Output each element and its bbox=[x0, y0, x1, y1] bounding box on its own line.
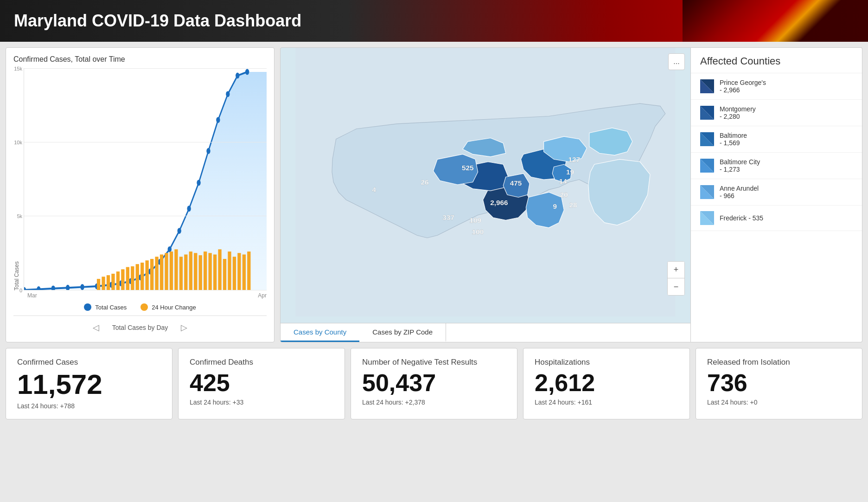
bar-daily bbox=[233, 257, 236, 290]
map-zoom-controls: + − bbox=[667, 261, 685, 296]
y-tick-10k: 10k bbox=[14, 140, 22, 145]
county-name-5: Frederick - 535 bbox=[720, 214, 763, 222]
flag-overlay bbox=[683, 0, 868, 42]
stat-label-2: Number of Negative Test Results bbox=[362, 358, 506, 367]
stat-value-1: 425 bbox=[190, 371, 333, 395]
chart-dot bbox=[187, 206, 191, 212]
map-panel: ... bbox=[280, 47, 691, 342]
chart-area: Total Cases 15k 10k 5k 0 bbox=[13, 68, 267, 290]
bar-daily bbox=[194, 253, 197, 290]
bar-daily bbox=[237, 253, 241, 290]
bar-daily bbox=[218, 249, 221, 290]
bar-daily bbox=[228, 251, 231, 290]
bar-daily bbox=[102, 277, 105, 290]
chart-dot bbox=[178, 228, 181, 234]
chart-next-button[interactable]: ▷ bbox=[177, 321, 191, 335]
legend-label-daily: 24 Hour Change bbox=[152, 304, 196, 311]
chart-dot bbox=[216, 117, 220, 123]
county-name-1: Montgomery - 2,280 bbox=[720, 105, 756, 120]
chart-dot bbox=[226, 91, 230, 97]
map-label-475: 475 bbox=[510, 179, 522, 187]
chart-dot bbox=[197, 180, 200, 186]
stat-card-4: Released from Isolation 736 Last 24 hour… bbox=[696, 348, 862, 419]
county-flag-3 bbox=[700, 159, 714, 173]
affected-counties-title: Affected Counties bbox=[691, 48, 862, 73]
bar-daily bbox=[179, 257, 183, 290]
chart-legend: Total Cases 24 Hour Change bbox=[13, 299, 267, 315]
chart-dot bbox=[51, 285, 55, 290]
chart-dot bbox=[168, 246, 172, 252]
stat-card-3: Hospitalizations 2,612 Last 24 hours: +1… bbox=[523, 348, 690, 419]
stat-change-1: Last 24 hours: +33 bbox=[190, 399, 333, 406]
bar-daily bbox=[121, 269, 124, 290]
map-svg: 4 26 525 127 475 19 14 2,966 337 bbox=[281, 48, 690, 316]
chart-svg bbox=[24, 68, 267, 290]
chart-navigation: ◁ Total Cases by Day ▷ bbox=[13, 315, 267, 335]
tab-cases-by-zip[interactable]: Cases by ZIP Code bbox=[359, 323, 446, 342]
bar-daily bbox=[111, 274, 115, 290]
bar-daily bbox=[136, 264, 139, 290]
dashboard-title: Maryland COVID-19 Data Dashboard bbox=[14, 11, 301, 31]
y-tick-5k: 5k bbox=[17, 213, 22, 219]
county-flag-4 bbox=[700, 185, 714, 199]
bar-daily bbox=[146, 260, 149, 290]
map-label-26: 26 bbox=[421, 178, 428, 186]
y-tick-15k: 15k bbox=[14, 66, 22, 71]
stat-value-4: 736 bbox=[707, 371, 851, 395]
bar-daily bbox=[165, 253, 168, 290]
county-item-1: Montgomery - 2,280 bbox=[691, 100, 862, 126]
x-tick-mar: Mar bbox=[27, 292, 37, 299]
bar-daily bbox=[247, 251, 250, 290]
map-label-525: 525 bbox=[462, 164, 474, 172]
stat-label-3: Hospitalizations bbox=[535, 358, 678, 367]
bar-daily bbox=[160, 255, 163, 290]
county-name-2: Baltimore - 1,569 bbox=[720, 132, 747, 147]
legend-dot-total bbox=[84, 303, 91, 311]
stat-change-0: Last 24 hours: +788 bbox=[17, 402, 161, 410]
map-zoom-out-button[interactable]: − bbox=[668, 278, 684, 295]
chart-inner: 15k 10k 5k 0 bbox=[24, 68, 267, 290]
county-panel: Affected Counties Prince George's - 2,96… bbox=[691, 47, 862, 342]
tab-cases-by-county[interactable]: Cases by County bbox=[281, 323, 359, 342]
map-zoom-in-button[interactable]: + bbox=[668, 262, 684, 278]
county-flag-2 bbox=[700, 132, 714, 146]
county-name-4: Anne Arundel - 966 bbox=[720, 185, 759, 200]
chart-dot bbox=[236, 73, 239, 79]
legend-total-cases: Total Cases bbox=[84, 303, 127, 311]
map-label-100: 100 bbox=[472, 228, 484, 236]
map-label-14: 14 bbox=[559, 177, 567, 185]
stat-card-1: Confirmed Deaths 425 Last 24 hours: +33 bbox=[178, 348, 345, 419]
county-item-2: Baltimore - 1,569 bbox=[691, 126, 862, 153]
chart-dot bbox=[37, 286, 40, 290]
legend-dot-daily bbox=[140, 303, 148, 311]
map-tabs: Cases by County Cases by ZIP Code bbox=[281, 323, 690, 342]
county-name-0: Prince George's - 2,966 bbox=[720, 79, 766, 94]
county-item-4: Anne Arundel - 966 bbox=[691, 179, 862, 206]
map-label-28: 28 bbox=[569, 201, 577, 209]
map-section: ... bbox=[280, 47, 862, 342]
chart-prev-button[interactable]: ◁ bbox=[89, 321, 103, 335]
map-more-button[interactable]: ... bbox=[668, 53, 685, 70]
county-item-0: Prince George's - 2,966 bbox=[691, 73, 862, 100]
bar-daily bbox=[155, 257, 158, 290]
dashboard-header: Maryland COVID-19 Data Dashboard bbox=[0, 0, 868, 42]
county-item-5: Frederick - 535 bbox=[691, 206, 862, 231]
county-flag-5 bbox=[700, 211, 714, 225]
county-item-3: Baltimore City - 1,273 bbox=[691, 153, 862, 179]
stat-value-0: 11,572 bbox=[17, 371, 161, 399]
y-tick-0: 0 bbox=[19, 288, 22, 293]
legend-daily-change: 24 Hour Change bbox=[140, 303, 196, 311]
map-label-20: 20 bbox=[560, 191, 568, 199]
map-label-4: 4 bbox=[372, 186, 376, 193]
bar-daily bbox=[150, 259, 153, 290]
bar-daily bbox=[243, 255, 246, 290]
map-label-2966: 2,966 bbox=[490, 199, 508, 206]
bar-daily bbox=[97, 279, 100, 290]
bar-daily bbox=[189, 251, 192, 290]
stat-change-4: Last 24 hours: +0 bbox=[707, 399, 851, 406]
county-name-3: Baltimore City - 1,273 bbox=[720, 158, 760, 173]
chart-title: Confirmed Cases, Total over Time bbox=[13, 55, 267, 64]
stat-label-0: Confirmed Cases bbox=[17, 358, 161, 367]
bar-daily bbox=[107, 275, 110, 290]
stat-change-3: Last 24 hours: +161 bbox=[535, 399, 678, 406]
